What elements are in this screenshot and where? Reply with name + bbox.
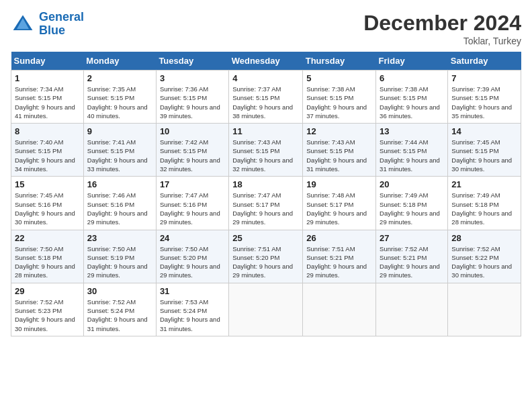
day-info: Sunrise: 7:53 AMSunset: 5:24 PMDaylight:… xyxy=(160,298,225,333)
calendar-header-row: SundayMondayTuesdayWednesdayThursdayFrid… xyxy=(11,52,521,71)
day-number: 16 xyxy=(87,179,152,189)
calendar-cell xyxy=(229,283,303,336)
day-info: Sunrise: 7:45 AMSunset: 5:16 PMDaylight:… xyxy=(15,191,80,226)
calendar-cell: 16Sunrise: 7:46 AMSunset: 5:16 PMDayligh… xyxy=(83,177,156,230)
day-info: Sunrise: 7:52 AMSunset: 5:23 PMDaylight:… xyxy=(15,298,80,333)
day-number: 25 xyxy=(232,233,299,243)
column-header-wednesday: Wednesday xyxy=(229,52,303,71)
day-number: 2 xyxy=(87,73,152,83)
day-info: Sunrise: 7:42 AMSunset: 5:15 PMDaylight:… xyxy=(160,138,225,173)
calendar-cell: 15Sunrise: 7:45 AMSunset: 5:16 PMDayligh… xyxy=(11,177,84,230)
day-info: Sunrise: 7:51 AMSunset: 5:20 PMDaylight:… xyxy=(232,244,299,280)
calendar-cell: 18Sunrise: 7:47 AMSunset: 5:17 PMDayligh… xyxy=(229,177,303,230)
day-info: Sunrise: 7:46 AMSunset: 5:16 PMDaylight:… xyxy=(87,191,152,226)
day-number: 5 xyxy=(306,73,372,83)
day-number: 10 xyxy=(160,126,225,136)
day-info: Sunrise: 7:51 AMSunset: 5:21 PMDaylight:… xyxy=(306,244,372,280)
calendar-cell: 6Sunrise: 7:38 AMSunset: 5:15 PMDaylight… xyxy=(376,71,448,124)
calendar-cell: 8Sunrise: 7:40 AMSunset: 5:15 PMDaylight… xyxy=(11,124,84,177)
day-info: Sunrise: 7:49 AMSunset: 5:18 PMDaylight:… xyxy=(451,191,517,226)
month-title: December 2024 xyxy=(363,11,521,36)
day-number: 29 xyxy=(15,286,80,296)
day-number: 3 xyxy=(160,73,225,83)
calendar-cell: 20Sunrise: 7:49 AMSunset: 5:18 PMDayligh… xyxy=(376,177,448,230)
day-number: 14 xyxy=(451,126,517,136)
calendar-week-row: 15Sunrise: 7:45 AMSunset: 5:16 PMDayligh… xyxy=(11,177,521,230)
day-number: 7 xyxy=(451,73,517,83)
column-header-tuesday: Tuesday xyxy=(156,52,228,71)
calendar-cell: 24Sunrise: 7:50 AMSunset: 5:20 PMDayligh… xyxy=(156,230,228,283)
day-info: Sunrise: 7:45 AMSunset: 5:15 PMDaylight:… xyxy=(451,138,517,173)
column-header-thursday: Thursday xyxy=(303,52,376,71)
calendar-cell: 22Sunrise: 7:50 AMSunset: 5:18 PMDayligh… xyxy=(11,230,84,283)
calendar-cell: 13Sunrise: 7:44 AMSunset: 5:15 PMDayligh… xyxy=(376,124,448,177)
day-info: Sunrise: 7:36 AMSunset: 5:15 PMDaylight:… xyxy=(160,85,225,120)
day-number: 31 xyxy=(160,286,225,296)
calendar-cell: 29Sunrise: 7:52 AMSunset: 5:23 PMDayligh… xyxy=(11,283,84,336)
day-number: 4 xyxy=(232,73,299,83)
day-info: Sunrise: 7:35 AMSunset: 5:15 PMDaylight:… xyxy=(87,85,152,120)
logo-text: General Blue xyxy=(39,11,84,38)
day-info: Sunrise: 7:52 AMSunset: 5:21 PMDaylight:… xyxy=(380,244,444,280)
day-number: 15 xyxy=(15,179,80,189)
day-number: 19 xyxy=(306,179,372,189)
logo-icon xyxy=(11,12,35,36)
day-number: 8 xyxy=(15,126,80,136)
column-header-sunday: Sunday xyxy=(11,52,84,71)
day-number: 1 xyxy=(15,73,80,83)
day-info: Sunrise: 7:50 AMSunset: 5:18 PMDaylight:… xyxy=(15,244,80,280)
calendar-cell: 28Sunrise: 7:52 AMSunset: 5:22 PMDayligh… xyxy=(448,230,521,283)
calendar-week-row: 1Sunrise: 7:34 AMSunset: 5:15 PMDaylight… xyxy=(11,71,521,124)
day-number: 24 xyxy=(160,233,225,243)
calendar-cell: 2Sunrise: 7:35 AMSunset: 5:15 PMDaylight… xyxy=(83,71,156,124)
day-number: 21 xyxy=(451,179,517,189)
calendar-cell: 9Sunrise: 7:41 AMSunset: 5:15 PMDaylight… xyxy=(83,124,156,177)
day-number: 28 xyxy=(451,233,517,243)
day-info: Sunrise: 7:52 AMSunset: 5:24 PMDaylight:… xyxy=(87,298,152,333)
column-header-monday: Monday xyxy=(83,52,156,71)
page-header: General Blue December 2024 Toklar, Turke… xyxy=(11,11,521,46)
calendar-week-row: 8Sunrise: 7:40 AMSunset: 5:15 PMDaylight… xyxy=(11,124,521,177)
day-info: Sunrise: 7:38 AMSunset: 5:15 PMDaylight:… xyxy=(380,85,444,120)
title-area: December 2024 Toklar, Turkey xyxy=(363,11,521,46)
day-number: 30 xyxy=(87,286,152,296)
day-info: Sunrise: 7:50 AMSunset: 5:19 PMDaylight:… xyxy=(87,244,152,280)
calendar-week-row: 29Sunrise: 7:52 AMSunset: 5:23 PMDayligh… xyxy=(11,283,521,336)
calendar-table: SundayMondayTuesdayWednesdayThursdayFrid… xyxy=(11,52,521,336)
calendar-cell: 1Sunrise: 7:34 AMSunset: 5:15 PMDaylight… xyxy=(11,71,84,124)
day-number: 12 xyxy=(306,126,372,136)
calendar-cell: 5Sunrise: 7:38 AMSunset: 5:15 PMDaylight… xyxy=(303,71,376,124)
calendar-week-row: 22Sunrise: 7:50 AMSunset: 5:18 PMDayligh… xyxy=(11,230,521,283)
calendar-cell xyxy=(376,283,448,336)
day-number: 13 xyxy=(380,126,444,136)
column-header-saturday: Saturday xyxy=(448,52,521,71)
day-info: Sunrise: 7:50 AMSunset: 5:20 PMDaylight:… xyxy=(160,244,225,280)
calendar-cell: 7Sunrise: 7:39 AMSunset: 5:15 PMDaylight… xyxy=(448,71,521,124)
day-info: Sunrise: 7:49 AMSunset: 5:18 PMDaylight:… xyxy=(380,191,444,226)
day-info: Sunrise: 7:43 AMSunset: 5:15 PMDaylight:… xyxy=(232,138,299,173)
day-number: 18 xyxy=(232,179,299,189)
calendar-cell: 14Sunrise: 7:45 AMSunset: 5:15 PMDayligh… xyxy=(448,124,521,177)
calendar-cell: 26Sunrise: 7:51 AMSunset: 5:21 PMDayligh… xyxy=(303,230,376,283)
calendar-cell: 21Sunrise: 7:49 AMSunset: 5:18 PMDayligh… xyxy=(448,177,521,230)
calendar-cell: 3Sunrise: 7:36 AMSunset: 5:15 PMDaylight… xyxy=(156,71,228,124)
day-info: Sunrise: 7:34 AMSunset: 5:15 PMDaylight:… xyxy=(15,85,80,120)
calendar-cell: 17Sunrise: 7:47 AMSunset: 5:16 PMDayligh… xyxy=(156,177,228,230)
calendar-cell: 25Sunrise: 7:51 AMSunset: 5:20 PMDayligh… xyxy=(229,230,303,283)
calendar-cell: 19Sunrise: 7:48 AMSunset: 5:17 PMDayligh… xyxy=(303,177,376,230)
day-info: Sunrise: 7:48 AMSunset: 5:17 PMDaylight:… xyxy=(306,191,372,226)
day-number: 20 xyxy=(380,179,444,189)
day-info: Sunrise: 7:37 AMSunset: 5:15 PMDaylight:… xyxy=(232,85,299,120)
logo: General Blue xyxy=(11,11,84,38)
calendar-cell: 31Sunrise: 7:53 AMSunset: 5:24 PMDayligh… xyxy=(156,283,228,336)
calendar-cell xyxy=(448,283,521,336)
calendar-cell: 11Sunrise: 7:43 AMSunset: 5:15 PMDayligh… xyxy=(229,124,303,177)
day-number: 9 xyxy=(87,126,152,136)
calendar-cell: 4Sunrise: 7:37 AMSunset: 5:15 PMDaylight… xyxy=(229,71,303,124)
location: Toklar, Turkey xyxy=(363,36,521,46)
day-number: 17 xyxy=(160,179,225,189)
day-number: 22 xyxy=(15,233,80,243)
day-info: Sunrise: 7:38 AMSunset: 5:15 PMDaylight:… xyxy=(306,85,372,120)
day-info: Sunrise: 7:52 AMSunset: 5:22 PMDaylight:… xyxy=(451,244,517,280)
calendar-cell xyxy=(303,283,376,336)
